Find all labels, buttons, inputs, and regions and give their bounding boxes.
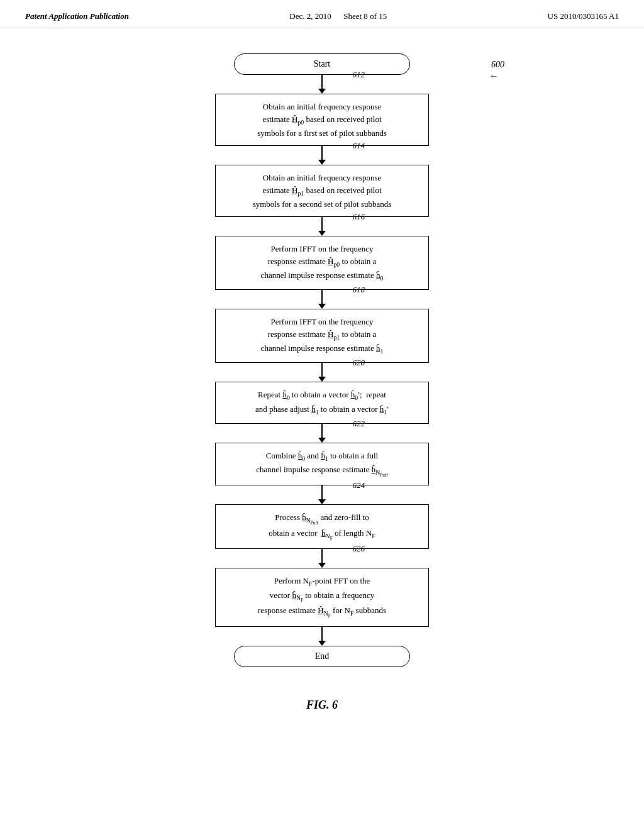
- line-8: [321, 549, 323, 563]
- process-618: Perform IFFT on the frequency response e…: [215, 309, 429, 363]
- connector-4: 618: [318, 290, 326, 309]
- connector-3: 616: [318, 217, 326, 236]
- diagram-container: 600 ← Start 612 Obtain an initial freque…: [0, 28, 644, 686]
- figure-caption: FIG. 6: [0, 692, 644, 718]
- end-node: End: [234, 646, 410, 667]
- publication-type: Patent Application Publication: [25, 11, 129, 21]
- line-2: [321, 146, 323, 160]
- start-node: Start: [234, 53, 410, 75]
- line-9: [321, 627, 323, 641]
- flowchart: 600 ← Start 612 Obtain an initial freque…: [190, 53, 454, 667]
- connector-6: 622: [318, 424, 326, 443]
- step-label-626: 626: [351, 544, 365, 554]
- arrowhead-3: [318, 231, 326, 236]
- line-1: [321, 75, 323, 89]
- arrowhead-1: [318, 89, 326, 94]
- publication-date: Dec. 2, 2010 Sheet 8 of 15: [289, 11, 387, 21]
- arrowhead-2: [318, 160, 326, 165]
- step-label-612: 612: [351, 70, 365, 80]
- line-6: [321, 424, 323, 438]
- step-label-616: 616: [351, 212, 365, 222]
- arrowhead-5: [318, 377, 326, 382]
- patent-number: US 2010/0303165 A1: [548, 11, 619, 21]
- process-626: Perform NF-point FFT on the vector ĥNF t…: [215, 568, 429, 626]
- connector-7: 624: [318, 485, 326, 504]
- arrowhead-7: [318, 499, 326, 504]
- line-7: [321, 485, 323, 499]
- line-5: [321, 363, 323, 377]
- arrowhead-8: [318, 563, 326, 568]
- connector-8: 626: [318, 549, 326, 568]
- step-label-620: 620: [351, 358, 365, 368]
- process-616: Perform IFFT on the frequency response e…: [215, 236, 429, 290]
- line-3: [321, 217, 323, 231]
- diagram-ref-arrow: ←: [489, 71, 498, 81]
- process-620: Repeat ĥ0 to obtain a vector ĥ0′; repeat…: [215, 382, 429, 423]
- connector-5: 620: [318, 363, 326, 382]
- line-4: [321, 290, 323, 304]
- connector-1: 612: [318, 75, 326, 94]
- connector-2: 614: [318, 146, 326, 165]
- process-614: Obtain an initial frequency response est…: [215, 165, 429, 217]
- arrowhead-4: [318, 304, 326, 309]
- step-label-624: 624: [351, 480, 365, 490]
- page-header: Patent Application Publication Dec. 2, 2…: [0, 0, 644, 28]
- process-612: Obtain an initial frequency response est…: [215, 94, 429, 146]
- step-label-614: 614: [351, 141, 365, 151]
- process-624: Process ĥNPuff and zero-fill to obtain a…: [215, 504, 429, 549]
- diagram-ref-number: 600: [491, 60, 504, 70]
- process-622: Combine ĥ0 and ĥ1 to obtain a full chann…: [215, 443, 429, 486]
- step-label-622: 622: [351, 419, 365, 429]
- connector-9: [318, 627, 326, 646]
- arrowhead-6: [318, 438, 326, 443]
- arrowhead-9: [318, 641, 326, 646]
- step-label-618: 618: [351, 285, 365, 295]
